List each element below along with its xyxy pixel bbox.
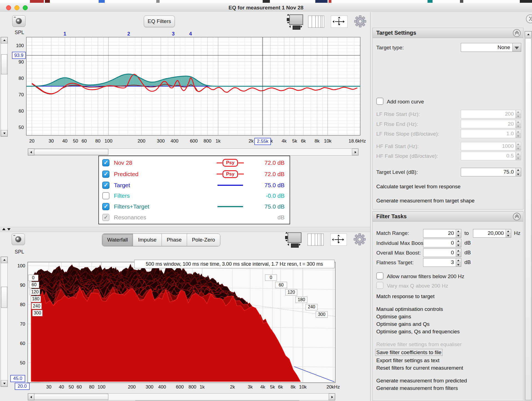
scroll-right-icon[interactable]: [329, 394, 335, 400]
eq-filters-button[interactable]: EQ Filters: [144, 16, 175, 27]
field-flatness-target-[interactable]: 3: [423, 258, 461, 267]
field-value: 200: [461, 110, 516, 118]
task-export-filter-settings-as-text[interactable]: Export filter settings as text: [376, 357, 439, 363]
curve-legend-panel: Nov 28Psy72.0 dBPredictedPsy72.0 dBTarge…: [98, 156, 290, 224]
field-lf-rise-slope-db-octave-[interactable]: 1.0: [461, 130, 521, 138]
field-stepper[interactable]: [456, 249, 461, 257]
svg-text:1k: 1k: [200, 384, 205, 390]
target-type-select[interactable]: None: [461, 43, 521, 52]
gear-icon[interactable]: [354, 15, 367, 28]
field-hf-fall-start-hz-[interactable]: 1000: [461, 142, 521, 151]
target-level-stepper[interactable]: [516, 168, 521, 176]
task-generate-measurement-from-predicted[interactable]: Generate measurement from predicted: [376, 378, 467, 384]
graph-limits-icon[interactable]: [287, 13, 305, 29]
legend-symbol: Psy: [197, 159, 264, 167]
capture-graph-icon[interactable]: [12, 15, 25, 27]
field-lf-rise-end-hz-[interactable]: 20: [461, 120, 521, 128]
waterfall-vertical-scrollbar[interactable]: [1, 257, 8, 387]
collapse-filter-tasks-icon[interactable]: [513, 213, 521, 220]
scroll-up-icon[interactable]: [1, 257, 7, 263]
legend-symbol: [197, 206, 264, 207]
task-reset-filters-for-current-measurement[interactable]: Reset filters for current measurement: [376, 365, 463, 371]
task-generate-measurement-from-filters[interactable]: Generate measurement from filters: [376, 385, 458, 391]
legend-checkbox-nov-28[interactable]: [102, 159, 109, 166]
svg-text:800: 800: [204, 138, 211, 144]
scroll-thumb[interactable]: [34, 394, 108, 400]
target-level-field[interactable]: 75.0: [461, 168, 521, 176]
tab-impulse[interactable]: Impulse: [133, 234, 162, 246]
waterfall-horizontal-scrollbar[interactable]: [28, 393, 335, 400]
scroll-thumb[interactable]: [525, 38, 531, 400]
legend-checkbox-target[interactable]: [102, 182, 109, 189]
pan-arrows-icon[interactable]: [330, 234, 347, 246]
field-stepper[interactable]: [516, 130, 521, 138]
task-save-filter-coefficients-to-file[interactable]: Save filter coefficients to file: [375, 349, 443, 356]
action-calculate-target-level-from-response[interactable]: Calculate target level from response: [376, 184, 461, 190]
svg-text:2: 2: [127, 31, 130, 37]
legend-checkbox-predicted[interactable]: [102, 171, 109, 178]
gear-icon[interactable]: [353, 233, 366, 246]
match-range-from-stepper[interactable]: [456, 229, 461, 237]
scroll-down-icon[interactable]: [1, 380, 7, 387]
field-overall-max-boost-[interactable]: 0: [423, 248, 461, 257]
legend-level-value: 72.0 dB: [264, 159, 290, 166]
field-stepper[interactable]: [516, 110, 521, 118]
right-panel-scrollbar[interactable]: [525, 31, 532, 401]
eq-horizontal-scrollbar[interactable]: [28, 148, 359, 156]
svg-text:180: 180: [32, 296, 40, 301]
window-titlebar[interactable]: EQ for measurement 1 Nov 28: [0, 3, 532, 12]
action-generate-measurement-from-target-shape[interactable]: Generate measurement from target shape: [376, 198, 475, 204]
scroll-thumb[interactable]: [1, 287, 7, 308]
match-range-from-field[interactable]: 20: [423, 229, 461, 238]
task-match-response-to-target[interactable]: Match response to target: [376, 293, 434, 299]
eq-chart[interactable]: 1234506070809010020304050608010020030040…: [11, 31, 368, 148]
field-lf-rise-start-hz-[interactable]: 200: [461, 110, 521, 118]
frequency-grid-icon[interactable]: [308, 16, 324, 28]
pane-divider[interactable]: [0, 227, 370, 232]
eq-vertical-scrollbar[interactable]: [1, 37, 8, 137]
frequency-grid-icon[interactable]: [308, 234, 324, 246]
field-hf-fall-slope-db-octave-[interactable]: 0.5: [461, 152, 521, 160]
svg-text:50: 50: [68, 384, 74, 390]
scroll-thumb[interactable]: [34, 149, 108, 155]
field-stepper[interactable]: [456, 258, 461, 267]
match-range-to-stepper[interactable]: [506, 229, 511, 237]
legend-row: ResonancesdB: [99, 214, 290, 221]
field-stepper[interactable]: [516, 152, 521, 160]
scroll-up-icon[interactable]: [525, 31, 532, 38]
scroll-up-icon[interactable]: [1, 37, 7, 44]
legend-checkbox-resonances[interactable]: [102, 214, 109, 221]
scroll-left-icon[interactable]: [28, 394, 34, 400]
tab-waterfall[interactable]: Waterfall: [102, 234, 133, 246]
task-optimise-gains[interactable]: Optimise gains: [376, 314, 411, 319]
waterfall-chart[interactable]: 060120180240300060120180240300500 ms win…: [8, 250, 347, 392]
legend-level-value: 75.0 dB: [264, 203, 290, 210]
graph-limits-icon[interactable]: [285, 231, 303, 247]
tab-pole-zero[interactable]: Pole-Zero: [187, 234, 220, 246]
field-stepper[interactable]: [516, 120, 521, 128]
svg-text:4k: 4k: [260, 384, 265, 390]
pan-arrows-icon[interactable]: [331, 16, 347, 28]
scroll-down-icon[interactable]: [1, 130, 7, 136]
checkbox-allow-narrow-filters-below-200-hz[interactable]: [376, 272, 383, 280]
task-optimise-gains-qs-and-frequencies[interactable]: Optimise gains, Qs and frequencies: [376, 329, 460, 334]
task-manual-optimisation-controls[interactable]: Manual optimisation controls: [376, 306, 443, 312]
chevron-down-icon[interactable]: [512, 43, 521, 52]
target-level-value: 75.0: [461, 168, 516, 176]
capture-graph-icon[interactable]: [12, 234, 25, 245]
match-range-to-field[interactable]: 20,000: [473, 229, 511, 238]
task-optimise-gains-and-qs[interactable]: Optimise gains and Qs: [376, 321, 429, 327]
scroll-right-icon[interactable]: [352, 149, 358, 155]
svg-text:90: 90: [19, 59, 24, 65]
field-stepper[interactable]: [456, 239, 461, 247]
add-room-curve-checkbox[interactable]: [376, 98, 383, 105]
scroll-thumb[interactable]: [1, 54, 7, 74]
field-stepper[interactable]: [516, 142, 521, 150]
field-individual-max-boost-[interactable]: 0: [423, 239, 461, 247]
collapse-target-settings-icon[interactable]: [513, 29, 521, 37]
tab-phase[interactable]: Phase: [162, 234, 187, 246]
legend-checkbox-filters-target[interactable]: [102, 203, 109, 210]
scroll-left-icon[interactable]: [28, 149, 34, 155]
svg-text:180: 180: [298, 297, 305, 302]
legend-checkbox-filters[interactable]: [102, 192, 109, 199]
